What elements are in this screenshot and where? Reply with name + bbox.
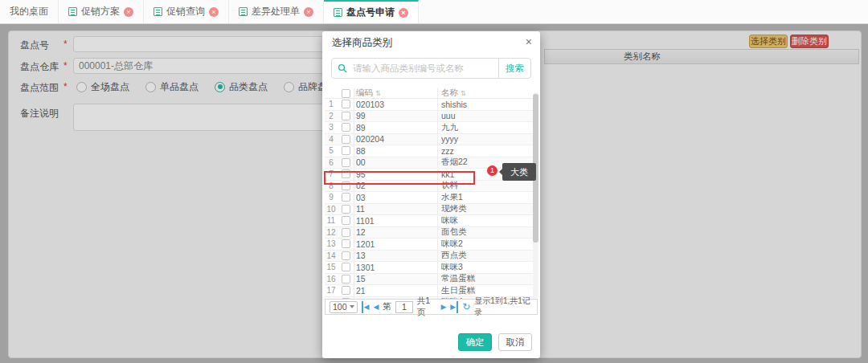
first-page-icon[interactable]: ◀ (362, 301, 370, 313)
scrollbar-track[interactable] (533, 92, 538, 298)
modal-footer: 确定 取消 (458, 333, 532, 351)
table-row[interactable]: 299uuu (325, 111, 538, 123)
category-code-cell: 12 (354, 227, 437, 239)
category-code-cell: 1301 (354, 262, 437, 273)
category-code-cell: 21 (354, 285, 437, 296)
category-code-cell: 020204 (354, 134, 437, 145)
next-page-icon[interactable]: ▶ (440, 301, 446, 313)
row-checkbox[interactable] (342, 193, 350, 202)
tab-bar: 我的桌面促销方案×促销查询×差异处理单×盘点号申请× (0, 0, 868, 24)
sort-icon[interactable]: ⇅ (375, 89, 381, 97)
category-code-cell: 03 (354, 192, 437, 203)
cancel-button[interactable]: 取消 (498, 333, 532, 351)
select-category-modal: 选择商品类别 × 搜索 编码⇅ 名称⇅ 1020103shishis299uuu… (322, 31, 540, 358)
document-icon (154, 7, 162, 16)
row-checkbox[interactable] (342, 228, 350, 237)
category-code-cell: 89 (354, 122, 437, 133)
row-number: 14 (325, 251, 338, 260)
category-code-cell: 11 (354, 204, 437, 215)
row-checkbox[interactable] (342, 135, 350, 144)
tab-item[interactable]: 盘点号申请× (324, 0, 419, 23)
table-row[interactable]: 111101咪咪 (325, 215, 538, 227)
refresh-icon[interactable]: ↻ (462, 301, 470, 312)
sort-icon[interactable]: ⇅ (461, 89, 466, 97)
page-prefix-label: 第 (383, 301, 391, 312)
page-size-select[interactable]: 100 (330, 301, 358, 313)
total-pages-label: 共1页 (417, 296, 437, 318)
row-checkbox[interactable] (342, 123, 350, 132)
tab-close-icon[interactable]: × (124, 7, 133, 17)
prev-page-icon[interactable]: ◀ (373, 301, 379, 313)
row-checkbox[interactable] (342, 112, 350, 120)
close-icon[interactable]: × (526, 35, 532, 48)
row-checkbox[interactable] (342, 216, 350, 225)
modal-title: 选择商品类别 (322, 31, 540, 51)
category-name-cell: yyyy (437, 134, 538, 145)
table-row[interactable]: 131201咪咪2 (325, 239, 538, 251)
table-row[interactable]: 1011现烤类 (325, 204, 538, 216)
row-checkbox[interactable] (342, 239, 350, 248)
table-row[interactable]: 1020103shishis (325, 99, 538, 111)
document-icon (239, 7, 248, 16)
category-name-cell: shishis (437, 99, 538, 110)
search-bar: 搜索 (331, 58, 531, 79)
category-code-cell: 13 (354, 251, 437, 262)
tab-label: 盘点号申请 (346, 6, 395, 19)
row-number: 9 (325, 193, 338, 202)
tab-close-icon[interactable]: × (209, 7, 219, 17)
row-number: 16 (325, 275, 338, 283)
category-code-cell: 99 (354, 111, 437, 122)
tab-label: 促销查询 (166, 5, 205, 18)
tab-item[interactable]: 我的桌面 (0, 0, 59, 23)
row-checkbox[interactable] (342, 146, 350, 155)
table-row[interactable]: 4020204yyyy (325, 134, 538, 146)
tab-item[interactable]: 差异处理单× (229, 0, 324, 23)
category-name-cell: 面包类 (437, 227, 538, 239)
document-icon (334, 8, 342, 17)
document-icon (68, 7, 77, 16)
tab-close-icon[interactable]: × (304, 7, 313, 17)
pagination-info: 显示1到1,共1记录 (474, 296, 533, 318)
row-checkbox[interactable] (342, 263, 350, 271)
category-code-cell: 15 (354, 274, 437, 285)
category-name-cell: 现烤类 (437, 204, 538, 215)
table-row[interactable]: 1615常温蛋糕 (325, 274, 538, 286)
table-row[interactable]: 389九九 (325, 122, 538, 134)
row-checkbox[interactable] (342, 158, 350, 167)
row-checkbox[interactable] (342, 205, 350, 214)
table-row[interactable]: 1212面包类 (325, 227, 538, 239)
code-column-header[interactable]: 编码 (356, 88, 373, 99)
table-row[interactable]: 903水果1 (325, 192, 538, 204)
tab-item[interactable]: 促销查询× (144, 0, 229, 23)
row-number: 12 (325, 228, 338, 237)
row-number: 13 (325, 239, 338, 248)
category-code-cell: 00 (354, 157, 437, 169)
row-checkbox[interactable] (342, 286, 350, 295)
row-number: 2 (325, 112, 338, 120)
row-checkbox[interactable] (342, 275, 350, 283)
tab-item[interactable]: 促销方案× (59, 0, 144, 23)
tab-label: 我的桌面 (10, 5, 48, 18)
tab-label: 促销方案 (81, 5, 120, 18)
select-all-checkbox[interactable] (342, 89, 350, 98)
category-name-cell: 常温蛋糕 (437, 274, 538, 285)
last-page-icon[interactable]: ▶ (450, 301, 458, 313)
search-button[interactable]: 搜索 (498, 59, 530, 78)
confirm-button[interactable]: 确定 (458, 333, 492, 351)
row-number: 4 (325, 135, 338, 144)
row-number: 5 (325, 146, 338, 155)
name-column-header[interactable]: 名称 (441, 88, 458, 99)
category-name-cell: 生日蛋糕 (437, 285, 538, 296)
tab-close-icon[interactable]: × (399, 8, 408, 18)
row-checkbox[interactable] (342, 251, 350, 260)
row-number: 3 (325, 123, 338, 132)
table-row[interactable]: 588zzz (325, 145, 538, 157)
table-row[interactable]: 1413西点类 (325, 251, 538, 263)
category-code-cell: 020103 (354, 99, 437, 110)
table-row[interactable]: 151301咪咪3 (325, 262, 538, 274)
search-input[interactable] (353, 63, 498, 73)
page-number-input[interactable] (395, 301, 413, 313)
category-name-cell: 九九 (437, 122, 538, 133)
row-checkbox[interactable] (342, 100, 350, 108)
category-name-cell: 咪咪 (437, 215, 538, 226)
